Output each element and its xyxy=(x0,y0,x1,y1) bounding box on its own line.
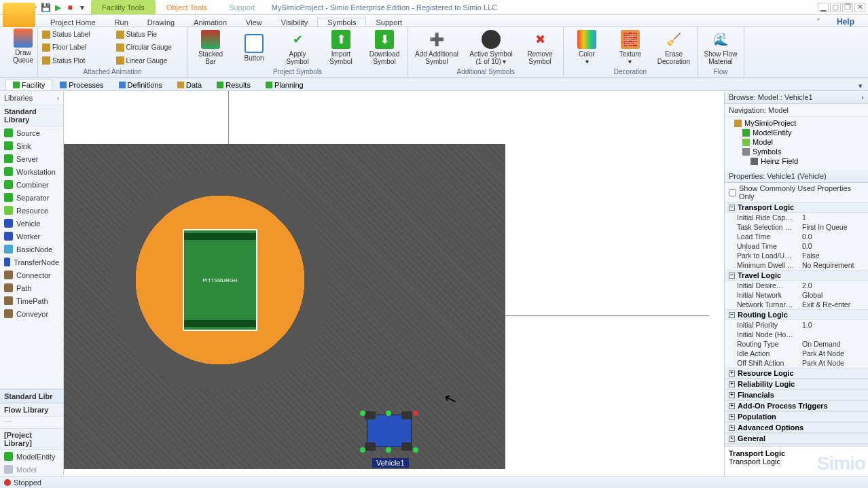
group-addon-triggers[interactable]: +Add-On Process Triggers xyxy=(725,400,868,411)
group-travel-logic[interactable]: −Travel Logic xyxy=(725,270,868,281)
tree-model-entity[interactable]: ModelEntity xyxy=(725,128,868,137)
erase-decoration-button[interactable]: 🧹Erase Decoration xyxy=(655,29,693,67)
tab-planning[interactable]: Planning xyxy=(258,79,311,90)
library-item-sink[interactable]: Sink xyxy=(0,139,63,152)
floor-label-button[interactable]: Floor Label xyxy=(42,41,109,53)
library-more-icon[interactable]: ⋯ xyxy=(0,417,63,428)
library-item-timepath[interactable]: TimePath xyxy=(0,294,63,307)
library-item-conveyor[interactable]: Conveyor xyxy=(0,307,63,320)
show-flow-material-button[interactable]: 🌊Show Flow Material xyxy=(702,29,740,67)
prop-initial-priority[interactable]: Initial Priority1.0 xyxy=(725,320,868,330)
tab-data[interactable]: Data xyxy=(170,79,209,90)
library-item-path[interactable]: Path xyxy=(0,281,63,294)
status-pie-button[interactable]: Status Pie xyxy=(116,29,183,40)
browse-expand-icon[interactable]: › xyxy=(861,93,864,101)
tab-processes[interactable]: Processes xyxy=(52,79,111,90)
project-library-header[interactable]: [Project Library] xyxy=(0,428,63,450)
ribbon-tab-project-home[interactable]: Project Home xyxy=(41,18,105,27)
context-tab-facility-tools[interactable]: Facility Tools xyxy=(91,0,156,14)
group-resource-logic[interactable]: +Resource Logic xyxy=(725,368,868,379)
qat-stop-icon[interactable]: ■ xyxy=(65,3,75,12)
library-item-worker[interactable]: Worker xyxy=(0,230,63,243)
library-item-server[interactable]: Server xyxy=(0,152,63,165)
prop-unload-time[interactable]: Unload Time0.0 xyxy=(725,241,868,251)
view-tabs-dropdown-icon[interactable]: ▾ xyxy=(858,82,863,90)
resize-handle[interactable] xyxy=(386,411,391,416)
close-icon[interactable]: ✕ xyxy=(854,3,865,12)
rotate-handle[interactable] xyxy=(413,411,418,416)
prop-initial-network[interactable]: Initial NetworkGlobal xyxy=(725,290,868,300)
library-item-resource[interactable]: Resource xyxy=(0,204,63,217)
add-additional-symbol-button[interactable]: ➕Add Additional Symbol xyxy=(412,29,461,67)
maximize-icon[interactable]: ▢ xyxy=(830,3,841,12)
ribbon-tab-drawing[interactable]: Drawing xyxy=(138,18,184,27)
library-item-combiner[interactable]: Combiner xyxy=(0,178,63,191)
restore-icon[interactable]: ❐ xyxy=(842,3,853,12)
context-tab-object-tools[interactable]: Object Tools xyxy=(156,0,218,14)
active-symbol-button[interactable]: Active Symbol (1 of 10) ▾ xyxy=(467,29,516,67)
apply-symbol-button[interactable]: ✔Apply Symbol xyxy=(278,29,317,67)
flow-library-toggle[interactable]: Flow Library xyxy=(0,403,63,417)
group-routing-logic[interactable]: −Routing Logic xyxy=(725,309,868,320)
prop-min-dwell[interactable]: Minimum Dwell …No Requirement xyxy=(725,260,868,270)
group-transport-logic[interactable]: −Transport Logic xyxy=(725,202,868,213)
tab-facility[interactable]: Facility xyxy=(5,79,52,90)
tree-symbols[interactable]: Symbols xyxy=(725,147,868,156)
library-item-connector[interactable]: Connector xyxy=(0,268,63,281)
ribbon-tab-visibility[interactable]: Visibility xyxy=(272,18,318,27)
library-item-separator[interactable]: Separator xyxy=(0,191,63,204)
qat-run-icon[interactable]: ▶ xyxy=(53,3,62,12)
standard-lib-toggle[interactable]: Standard Libr xyxy=(0,389,63,403)
heinz-field-symbol[interactable]: PITTSBURGH xyxy=(64,144,505,469)
group-financials[interactable]: +Financials xyxy=(725,389,868,400)
linear-gauge-button[interactable]: Linear Gauge xyxy=(116,55,183,67)
group-population[interactable]: +Population xyxy=(725,411,868,422)
library-item-basicnode[interactable]: BasicNode xyxy=(0,243,63,256)
resize-handle[interactable] xyxy=(360,411,365,416)
qat-dropdown-icon[interactable]: ▾ xyxy=(77,3,87,12)
ribbon-collapse-icon[interactable]: ˄ xyxy=(807,18,830,27)
prop-park-load[interactable]: Park to Load/U…False xyxy=(725,251,868,260)
minimize-icon[interactable]: ▁ xyxy=(818,3,829,12)
library-item-transfernode[interactable]: TransferNode xyxy=(0,256,63,268)
vehicle1-object[interactable]: Vehicle1 xyxy=(360,408,418,468)
ribbon-tab-support[interactable]: Support xyxy=(366,18,412,27)
color-button[interactable]: Color ▾ xyxy=(568,29,606,67)
prop-network-turn[interactable]: Network Turnar…Exit & Re-enter xyxy=(725,300,868,309)
resize-handle[interactable] xyxy=(360,447,365,453)
library-item-workstation[interactable]: Workstation xyxy=(0,165,63,178)
draw-queue-button[interactable]: Draw Queue xyxy=(4,29,42,64)
button-button[interactable]: Button xyxy=(235,29,273,67)
help-button[interactable]: Help xyxy=(827,17,864,27)
group-advanced-options[interactable]: +Advanced Options xyxy=(725,422,868,433)
prop-load-time[interactable]: Load Time0.0 xyxy=(725,232,868,241)
context-tab-support[interactable]: Support xyxy=(218,0,266,14)
prop-task-selection[interactable]: Task Selection …First In Queue xyxy=(725,222,868,232)
stacked-bar-button[interactable]: Stacked Bar xyxy=(192,29,230,67)
tree-model[interactable]: Model xyxy=(725,137,868,147)
library-item-source[interactable]: Source xyxy=(0,126,63,139)
ribbon-tab-view[interactable]: View xyxy=(236,18,272,27)
status-label-button[interactable]: Status Label xyxy=(42,29,109,40)
library-item-vehicle[interactable]: Vehicle xyxy=(0,217,63,230)
tab-results[interactable]: Results xyxy=(209,79,258,90)
libraries-collapse-icon[interactable]: ‹ xyxy=(57,94,59,102)
tree-project[interactable]: MySimioProject xyxy=(725,118,868,128)
remove-symbol-button[interactable]: ✖Remove Symbol xyxy=(521,29,559,67)
ribbon-tab-run[interactable]: Run xyxy=(105,18,138,27)
prop-off-shift[interactable]: Off Shift ActionPark At Node xyxy=(725,358,868,368)
resize-handle[interactable] xyxy=(386,447,391,453)
tab-definitions[interactable]: Definitions xyxy=(111,79,170,90)
project-item-model[interactable]: Model xyxy=(0,463,63,476)
show-common-checkbox[interactable] xyxy=(729,189,736,196)
resize-handle[interactable] xyxy=(413,447,418,453)
prop-idle-action[interactable]: Idle ActionPark At Node xyxy=(725,349,868,358)
group-general[interactable]: +General xyxy=(725,433,868,444)
circular-gauge-button[interactable]: Circular Gauge xyxy=(116,41,183,53)
prop-initial-ride[interactable]: Initial Ride Cap…1 xyxy=(725,213,868,222)
tree-heinz-field[interactable]: Heinz Field xyxy=(725,156,868,166)
download-symbol-button[interactable]: ⬇Download Symbol xyxy=(365,29,403,67)
ribbon-tab-animation[interactable]: Animation xyxy=(184,18,236,27)
qat-save-icon[interactable]: 💾 xyxy=(41,3,50,12)
prop-initial-desired[interactable]: Initial Desire…2.0 xyxy=(725,281,868,290)
